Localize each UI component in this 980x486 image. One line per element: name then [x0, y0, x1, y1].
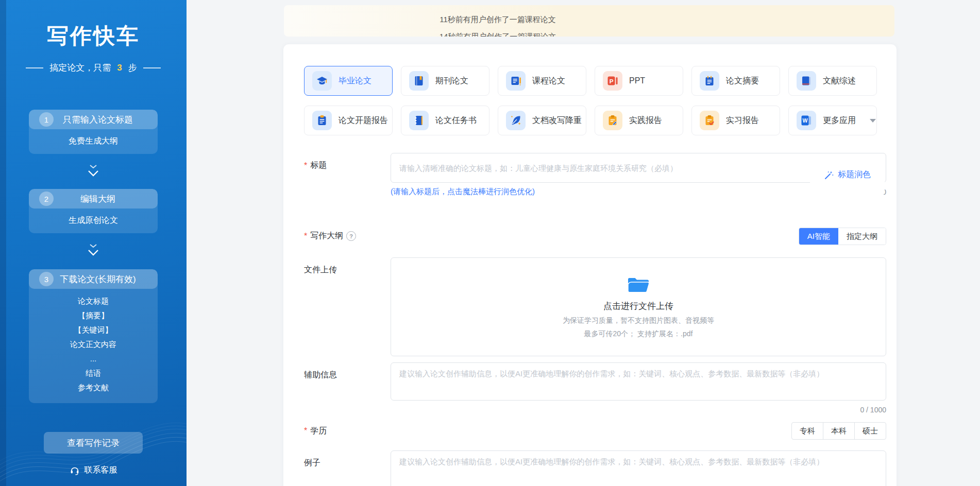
step-1-header: 1 只需输入论文标题	[29, 110, 158, 129]
outline-mode-toggle: AI智能 指定大纲	[799, 228, 886, 245]
chevron-down-icon	[85, 161, 102, 182]
tab-label: 毕业论文	[339, 76, 371, 86]
logo: 写作快车	[0, 22, 187, 50]
upload-label: 文件上传	[304, 257, 391, 275]
tagline-suffix: 步	[128, 62, 137, 74]
outline-mode-ai[interactable]: AI智能	[799, 228, 838, 245]
step-2-header: 2 编辑大纲	[29, 189, 158, 209]
tagline-dash-right	[143, 67, 161, 68]
tab-label: 实践报告	[629, 115, 662, 126]
example-label: 例子	[304, 450, 391, 468]
tab-label: 论文任务书	[435, 115, 477, 126]
magic-wand-icon	[824, 170, 834, 180]
chevron-down-icon	[85, 240, 102, 261]
tab-paper-abstract[interactable]: 论文摘要	[691, 66, 780, 96]
task-notebook-icon	[409, 111, 429, 130]
aux-info-label: 辅助信息	[304, 362, 391, 380]
step-item: 免费生成大纲	[29, 135, 158, 147]
step-item: 论文正文内容	[29, 337, 158, 352]
step-1-number: 1	[39, 112, 54, 127]
tab-internship-report[interactable]: 实习报告	[691, 106, 780, 135]
tab-journal-paper[interactable]: 期刊论文	[401, 66, 489, 96]
upload-note-2: 最多可传20个； 支持扩展名：.pdf	[584, 329, 693, 339]
activity-ticker: 11秒前有用户创作了一篇课程论文 14秒前有用户创作了一篇课程论文	[284, 5, 894, 37]
title-polish-label: 标题润色	[838, 169, 871, 180]
upload-note-1: 为保证学习质量，暂不支持图片图表、音视频等	[563, 316, 714, 325]
tagline-highlight: 3	[117, 63, 122, 73]
outline-row: 写作大纲 AI智能 指定大纲	[304, 228, 886, 245]
step-2-number: 2	[39, 192, 54, 206]
ticker-message: 11秒前有用户创作了一篇课程论文	[284, 15, 712, 25]
tab-course-paper[interactable]: 课程论文	[498, 66, 586, 96]
education-label: 学历	[304, 426, 391, 437]
folder-icon	[627, 275, 650, 295]
creation-form: 标题 标题润色 (请输入标题后，点击魔法棒进行润色优化)	[304, 153, 886, 486]
tab-label: 期刊论文	[435, 76, 468, 86]
education-option-master[interactable]: 硕士	[854, 423, 886, 439]
step-2-body: 生成原创论文	[29, 209, 158, 233]
tab-practice-report[interactable]: 实践报告	[595, 106, 683, 135]
ppt-icon: P	[603, 71, 622, 91]
graduation-cap-icon	[312, 71, 332, 91]
contact-support[interactable]: 联系客服	[0, 465, 187, 476]
headset-icon	[70, 465, 80, 476]
aux-info-row: 辅助信息 0 / 1000	[304, 362, 886, 414]
tab-label: 论文开题报告	[339, 115, 388, 126]
step-1-card: 1 只需输入论文标题 免费生成大纲	[29, 110, 158, 154]
outline-mode-custom[interactable]: 指定大纲	[838, 228, 886, 245]
step-3-body: 论文标题 【摘要】 【关键词】 论文正文内容 ... 结语 参考文献	[29, 289, 158, 403]
tagline: 搞定论文，只需 3 步	[0, 62, 187, 74]
tab-label: 更多应用	[823, 115, 856, 126]
title-label: 标题	[304, 153, 391, 171]
step-item: 【关键词】	[29, 323, 158, 337]
app-screen: 写作快车 搞定论文，只需 3 步 1 只需输入论文标题 免费生成大纲 2	[0, 0, 980, 486]
svg-text:W: W	[803, 117, 808, 124]
example-row: 例子	[304, 450, 886, 486]
tab-label: PPT	[629, 76, 645, 85]
step-3-number: 3	[39, 272, 54, 286]
outline-label-text: 写作大纲	[310, 231, 343, 241]
journal-book-icon	[409, 71, 429, 91]
question-circle-icon[interactable]	[346, 231, 356, 241]
tab-task-book[interactable]: 论文任务书	[401, 106, 489, 135]
tab-label: 论文摘要	[726, 76, 759, 86]
word-icon: W	[797, 111, 816, 130]
ticker-message: 14秒前有用户创作了一篇课程论文	[284, 32, 712, 37]
tab-literature-review[interactable]: 文献综述	[788, 66, 877, 96]
aux-info-textarea[interactable]	[391, 362, 886, 401]
tab-more-apps[interactable]: W 更多应用	[788, 106, 877, 135]
main-card: 毕业论文 期刊论文 课程论文 P PPT	[283, 44, 897, 486]
aux-info-counter: 0 / 1000	[391, 406, 886, 414]
proposal-clipboard-icon	[312, 111, 332, 130]
tab-graduation-thesis[interactable]: 毕业论文	[304, 66, 393, 96]
step-2-card: 2 编辑大纲 生成原创论文	[29, 189, 158, 233]
tab-label: 实习报告	[726, 115, 759, 126]
literature-book-icon	[797, 71, 816, 91]
education-option-bachelor[interactable]: 本科	[823, 423, 854, 439]
document-type-tabs: 毕业论文 期刊论文 课程论文 P PPT	[304, 66, 886, 135]
tagline-dash-left	[26, 67, 43, 68]
title-polish-button[interactable]: 标题润色	[810, 154, 885, 195]
education-option-college[interactable]: 专科	[792, 423, 823, 439]
tab-label: 文档改写降重	[532, 115, 582, 126]
tab-rewrite-reduce[interactable]: 文档改写降重	[498, 106, 586, 135]
step-item: 【摘要】	[29, 308, 158, 323]
title-hint: (请输入标题后，点击魔法棒进行润色优化)	[391, 187, 535, 197]
rewrite-feather-icon	[506, 111, 526, 130]
upload-title: 点击进行文件上传	[603, 300, 673, 312]
view-records-button[interactable]: 查看写作记录	[44, 432, 143, 454]
step-1-body: 免费生成大纲	[29, 129, 158, 154]
sidebar: 写作快车 搞定论文，只需 3 步 1 只需输入论文标题 免费生成大纲 2	[0, 0, 187, 486]
title-row: 标题 标题润色 (请输入标题后，点击魔法棒进行润色优化)	[304, 153, 886, 197]
outline-label: 写作大纲	[304, 228, 356, 241]
upload-row: 文件上传 点击进行文件上传 为保证学习质量，暂不支持图片图表、音视频等 最多可传…	[304, 257, 886, 356]
step-3-card: 3 下载论文(长期有效) 论文标题 【摘要】 【关键词】 论文正文内容 ... …	[29, 269, 158, 403]
tab-label: 课程论文	[532, 76, 565, 86]
practice-clipboard-icon	[603, 111, 622, 130]
tab-label: 文献综述	[823, 76, 856, 86]
example-textarea[interactable]	[391, 450, 886, 486]
file-upload-dropzone[interactable]: 点击进行文件上传 为保证学习质量，暂不支持图片图表、音视频等 最多可传20个； …	[391, 257, 886, 356]
tab-ppt[interactable]: P PPT	[595, 66, 683, 96]
step-item: ...	[29, 352, 158, 366]
tab-proposal-report[interactable]: 论文开题报告	[304, 106, 393, 135]
